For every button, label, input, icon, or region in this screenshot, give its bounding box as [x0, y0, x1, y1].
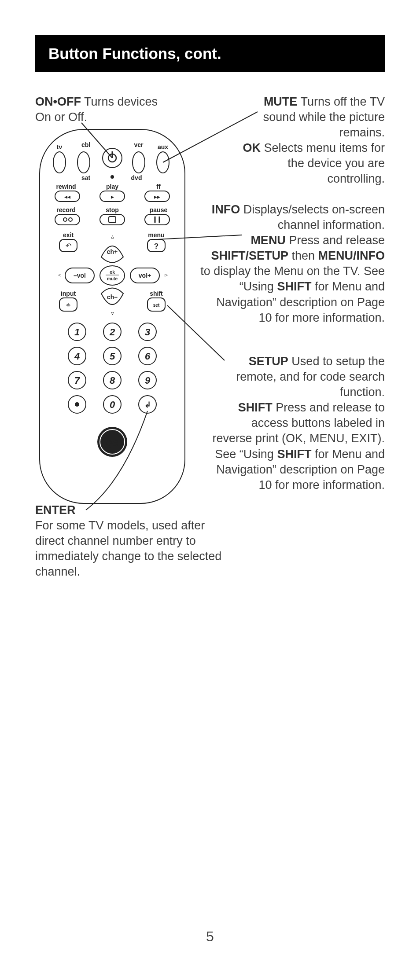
ge-logo-text: ge: [106, 436, 119, 449]
callout-infomenu: INFO Displays/selects on-screen channel …: [200, 202, 385, 326]
enter-icon: ↲: [144, 400, 151, 409]
cblsat-button: [77, 152, 90, 173]
left-arrow-icon: ◃: [58, 271, 61, 278]
menu-icon: ?: [154, 242, 158, 250]
exit-icon: ↶: [66, 242, 71, 250]
im-b0: INFO: [212, 203, 240, 216]
pause-button: [145, 214, 169, 225]
play-label: play: [106, 183, 118, 190]
callout-enter: ENTER For some TV models, used after dir…: [35, 503, 225, 580]
im-t0: Displays/selects on-screen channel infor…: [240, 203, 385, 231]
im-t2: then: [288, 249, 318, 262]
key-4-label: 4: [74, 351, 80, 362]
menu-label: menu: [148, 231, 164, 239]
key-2-label: 2: [109, 327, 115, 338]
ff-label: ff: [156, 183, 161, 190]
key-3-label: 3: [145, 327, 150, 338]
ff-icon: ▸▸: [154, 193, 160, 200]
down-arrow-icon: ▿: [111, 309, 114, 316]
aux-button: [157, 152, 169, 173]
key-6-label: 6: [145, 351, 151, 362]
im-b4: SHIFT: [277, 280, 311, 293]
remote-svg: tv cbl sat vcr dvd aux rewind: [35, 125, 189, 508]
im-b3: MENU/INFO: [318, 249, 385, 262]
ss-b2: SHIFT: [277, 448, 311, 461]
page-number: 5: [0, 929, 420, 945]
exit-label: exit: [63, 231, 74, 239]
sat-label: sat: [81, 174, 91, 181]
callout-setupshift: SETUP Used to setup the remote, and for …: [209, 354, 385, 493]
stop-label: stop: [106, 206, 119, 213]
muteok-t1: Selects menu items for the device you ar…: [261, 141, 385, 185]
play-icon: ▸: [111, 193, 114, 200]
up-arrow-icon: ▵: [111, 233, 114, 240]
im-b1: MENU: [251, 234, 286, 247]
im-b2: SHIFT/SETUP: [211, 249, 288, 262]
callout-onoff-bold: ON•OFF: [35, 95, 81, 108]
stop-button: [100, 214, 125, 225]
okmute-button: [100, 266, 125, 285]
rewind-icon: ◂◂: [64, 193, 70, 200]
dvd-label: dvd: [131, 174, 142, 181]
content-area: ON•OFF Turns devices On or Off. MUTE Tur…: [35, 94, 385, 578]
rewind-label: rewind: [56, 183, 76, 190]
chplus-label: ch+: [107, 248, 118, 255]
led-indicator: [111, 175, 114, 179]
volminus-label: –vol: [74, 272, 86, 279]
right-arrow-icon: ▹: [165, 271, 168, 278]
aux-label: aux: [158, 143, 168, 150]
callout-onoff: ON•OFF Turns devices On or Off.: [35, 94, 158, 125]
key-7-label: 7: [74, 375, 81, 386]
muteok-b0: MUTE: [264, 95, 298, 108]
section-header: Button Functions, cont.: [35, 35, 385, 72]
ss-b0: SETUP: [249, 355, 288, 368]
remote-diagram: tv cbl sat vcr dvd aux rewind: [35, 125, 189, 510]
set-label: set: [153, 303, 160, 308]
record-label: record: [56, 206, 76, 213]
shift-label: shift: [150, 290, 163, 297]
ok-label: ok: [110, 270, 115, 275]
key-5-label: 5: [110, 351, 115, 362]
tv-button: [53, 152, 66, 173]
key-0-label: 0: [110, 399, 115, 410]
mute-label: mute: [107, 276, 118, 281]
volplus-label: vol+: [139, 272, 151, 279]
key-dot-icon: [75, 402, 79, 407]
tv-label: tv: [57, 143, 63, 150]
cbl-label: cbl: [81, 141, 90, 148]
chminus-label: ch–: [107, 294, 118, 301]
key-9-label: 9: [145, 375, 151, 386]
muteok-b1: OK: [243, 141, 261, 154]
input-icon: ⎆: [66, 301, 70, 308]
ss-b1: SHIFT: [238, 401, 273, 414]
enter-text: For some TV models, used after direct ch…: [35, 519, 221, 578]
input-label: input: [61, 290, 76, 297]
vcr-label: vcr: [134, 141, 144, 148]
pause-label: pause: [150, 206, 168, 213]
key-8-label: 8: [110, 375, 115, 386]
callout-muteok: MUTE Turns off the TV sound while the pi…: [239, 94, 385, 187]
vcrdvd-button: [133, 152, 145, 173]
im-t1: Press and release: [286, 234, 385, 247]
key-1-label: 1: [74, 327, 80, 338]
